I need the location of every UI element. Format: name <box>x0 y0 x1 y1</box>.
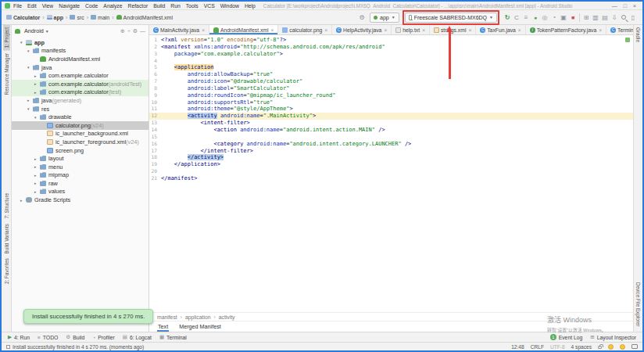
apply-changes-icon[interactable]: C <box>512 12 521 23</box>
run-icon[interactable]: ↻ <box>503 12 512 23</box>
tree-item-ic-launcher-foreground-xml-v24[interactable]: ic_launcher_foreground.xml (v24) <box>12 138 148 146</box>
tree-item-screen-png[interactable]: screen.png <box>12 146 148 155</box>
code-line[interactable]: 5 <application <box>149 64 633 71</box>
close-icon[interactable]: × <box>324 27 327 33</box>
code-line[interactable]: 6 android:allowBackup="true" <box>149 71 633 78</box>
screen-reader-icon[interactable] <box>631 344 638 349</box>
tree-collapsed-icon[interactable]: ▸ <box>34 173 40 178</box>
code-line[interactable]: 11 android:theme="@style/AppTheme"> <box>149 106 633 113</box>
editor-tab-strings-xml[interactable]: strings.xml× <box>430 25 476 34</box>
make-project-icon[interactable]: ⚙ <box>357 12 367 23</box>
manifest-tab-text[interactable]: Text <box>157 321 169 332</box>
close-icon[interactable]: × <box>518 27 521 33</box>
menu-build[interactable]: Build <box>153 3 165 9</box>
tree-collapsed-icon[interactable]: ▸ <box>34 81 40 86</box>
xml-breadcrumb-activity[interactable]: activity <box>219 314 235 320</box>
editor-tab-androidmanifest-xml[interactable]: AndroidManifest.xml× <box>209 25 278 34</box>
tree-expanded-icon[interactable]: ▾ <box>27 65 33 70</box>
tool-strip-resource-manager[interactable]: Resource Manager <box>3 51 10 98</box>
toolwindow-build[interactable]: ⚙Build <box>66 334 84 340</box>
toolwindow-4-run[interactable]: ▶4: Run <box>8 334 30 340</box>
code-line[interactable]: 20 <box>149 168 633 175</box>
code-line[interactable]: 15 <box>149 134 633 141</box>
code-line[interactable]: 17 </intent-filter> <box>149 148 633 155</box>
editor-tab-tokenpatternfactory-java[interactable]: TokenPatternFactory.java× <box>526 25 606 34</box>
tool-windows-icon[interactable]: ▥ <box>591 12 600 23</box>
tool-strip-device-file-explorer[interactable]: Device File Explorer <box>635 280 642 329</box>
close-icon[interactable]: × <box>384 27 387 33</box>
tree-item-mipmap[interactable]: ▸mipmap <box>12 171 148 180</box>
tree-collapsed-icon[interactable]: ▸ <box>34 164 40 169</box>
close-icon[interactable]: × <box>271 27 274 33</box>
search-everywhere-icon[interactable] <box>621 15 626 20</box>
menu-window[interactable]: Window <box>220 3 239 9</box>
settings-gear-icon[interactable]: ⚙ <box>133 28 138 34</box>
code-line[interactable]: 14 <action android:name="android.intent.… <box>149 127 633 134</box>
project-view-select[interactable]: Android ▼ <box>15 27 49 34</box>
install-success-balloon[interactable]: Install successfully finished in 4 s 270… <box>23 309 153 324</box>
avd-manager-icon[interactable]: ▤ <box>600 12 610 23</box>
debug-icon[interactable]: ● <box>531 12 540 23</box>
tree-collapsed-icon[interactable]: ▸ <box>27 98 33 102</box>
breadcrumb-item-main[interactable]: main <box>91 15 109 20</box>
code-line[interactable]: 18 </activity> <box>149 154 633 161</box>
code-line[interactable]: 9 android:roundIcon="@mipmap/ic_launcher… <box>149 92 633 99</box>
status-4-spaces[interactable]: 4 spaces <box>571 344 592 350</box>
menu-run[interactable]: Run <box>170 3 180 9</box>
close-icon[interactable]: × <box>468 27 471 33</box>
code-line[interactable]: 3 package="com.example.calculator"> <box>149 51 633 58</box>
tree-collapsed-icon[interactable]: ▸ <box>34 74 40 78</box>
tree-collapsed-icon[interactable]: ▸ <box>20 198 26 203</box>
toolwindow-event-log[interactable]: 1Event Log <box>550 334 583 340</box>
bookmarks-icon[interactable]: ▯ <box>628 12 638 23</box>
status-utf-8[interactable]: UTF-8 <box>550 344 565 350</box>
feedback-happy-icon[interactable] <box>620 344 625 350</box>
lock-icon[interactable] <box>598 346 602 349</box>
code-line[interactable]: 7 android:icon="@drawable/calculator" <box>149 78 633 85</box>
android-profiler-icon[interactable]: ▣ <box>559 12 568 23</box>
close-icon[interactable]: × <box>422 27 425 33</box>
menu-view[interactable]: View <box>42 3 54 9</box>
code-line[interactable]: 10 android:supportsRtl="true" <box>149 99 633 106</box>
toolwindow-layout-inspector[interactable]: ⊞Layout Inspector <box>590 334 636 340</box>
device-select[interactable]: Freescale SABRESD-MX6DQ ▼ <box>405 13 497 23</box>
menu-file[interactable]: File <box>13 3 22 9</box>
run-configuration-select[interactable]: app ▼ <box>370 13 399 23</box>
tree-item-menu[interactable]: ▸menu <box>12 163 148 171</box>
menu-refactor[interactable]: Refactor <box>128 3 148 9</box>
code-line[interactable]: 8 android:label="SmartCalculator" <box>149 85 633 92</box>
feedback-sad-icon[interactable] <box>608 344 614 350</box>
breadcrumb-item-src[interactable]: src <box>70 15 84 20</box>
locate-file-icon[interactable]: ⊕ <box>120 28 125 34</box>
attach-debugger-icon[interactable]: ◎ <box>540 12 549 23</box>
tree-item-com-example-calculator-test[interactable]: ▸com.example.calculator (test) <box>12 88 148 97</box>
editor-tab-taxfun-java[interactable]: TaxFun.java× <box>476 25 525 34</box>
breadcrumb-item-androidmanifest-xml[interactable]: AndroidManifest.xml <box>116 15 173 20</box>
tree-item-com-example-calculator[interactable]: ▸com.example.calculator <box>12 71 148 80</box>
editor-tab-calculator-png[interactable]: calculator.png× <box>278 25 332 34</box>
close-icon[interactable]: × <box>633 2 636 9</box>
sdk-manager-icon[interactable]: ⇩ <box>610 12 619 23</box>
tool-strip-7-structure[interactable]: 7: Structure <box>3 191 10 221</box>
breadcrumb-item-app[interactable]: app <box>47 15 63 20</box>
status-message[interactable]: Install successfully finished in 4 s 270… <box>13 344 144 350</box>
code-line[interactable]: 19 </application> <box>149 161 633 168</box>
toolwindow-terminal[interactable]: ▦Terminal <box>159 334 187 340</box>
tree-item-layout[interactable]: ▸layout <box>12 154 148 163</box>
menu-edit[interactable]: Edit <box>27 3 37 9</box>
tree-item-app[interactable]: ▾app <box>12 38 148 47</box>
tree-item-java-generated[interactable]: ▸java (generated) <box>12 96 148 105</box>
tool-strip-gradle[interactable]: Gradle <box>635 25 642 45</box>
editor-tab-helpactivity-java[interactable]: HelpActivity.java× <box>332 25 392 34</box>
tree-item-values[interactable]: ▸values <box>12 188 148 196</box>
code-line[interactable]: 16 <category android:name="android.inten… <box>149 141 633 148</box>
tree-item-drawable[interactable]: ▾drawable <box>12 113 148 121</box>
code-line[interactable]: 1<?xml version="1.0" encoding="utf-8"?> <box>149 37 633 44</box>
code-line[interactable]: 2<manifest xmlns:android="http://schemas… <box>149 44 633 51</box>
tree-item-manifests[interactable]: ▾manifests <box>12 47 148 56</box>
xml-breadcrumb-application[interactable]: application <box>185 314 211 320</box>
menu-analyze[interactable]: Analyze <box>103 3 122 9</box>
tree-item-calculator-png-v24[interactable]: calculator.png (v24) <box>12 121 148 130</box>
tree-item-raw[interactable]: ▸raw <box>12 179 148 188</box>
tree-item-res[interactable]: ▾res <box>12 105 148 113</box>
